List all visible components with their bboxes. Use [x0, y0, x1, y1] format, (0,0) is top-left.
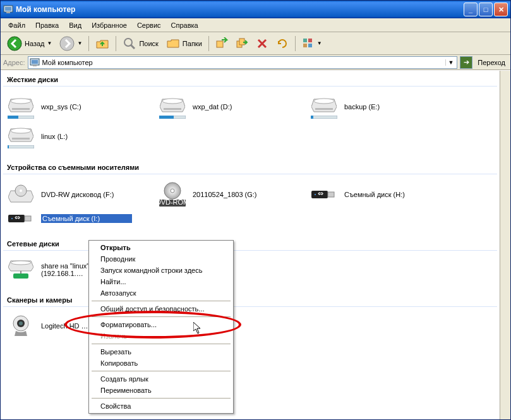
- webcam-icon: [6, 315, 36, 337]
- svg-rect-40: [328, 192, 334, 197]
- folders-button[interactable]: Папки: [164, 35, 205, 52]
- copy-to-button[interactable]: [233, 36, 251, 51]
- vertical-scrollbar[interactable]: [500, 71, 510, 419]
- titlebar[interactable]: Мой компьютер _ □ ✕: [1, 1, 510, 18]
- toolbar-separator: [208, 36, 209, 51]
- hdd-icon: [309, 94, 339, 119]
- svg-point-47: [11, 261, 31, 265]
- context-menu-item[interactable]: Автозапуск: [90, 287, 232, 299]
- menu-file[interactable]: Файл: [3, 20, 30, 30]
- menu-favorites[interactable]: Избранное: [87, 20, 132, 30]
- context-menu-item[interactable]: Копировать: [90, 357, 232, 369]
- drive-item[interactable]: wxp_dat (D:): [157, 94, 284, 119]
- svg-point-4: [60, 37, 74, 51]
- menu-edit[interactable]: Правка: [30, 20, 64, 30]
- back-button[interactable]: Назад ▼: [4, 35, 54, 52]
- svg-rect-10: [303, 39, 307, 42]
- svg-point-36: [171, 189, 174, 193]
- svg-rect-31: [8, 145, 34, 148]
- address-input[interactable]: Мой компьютер ▼: [28, 56, 458, 69]
- drive-label: wxp_dat (D:): [193, 103, 284, 111]
- context-menu-separator: [92, 398, 231, 399]
- drive-label: Съемный диск (I:): [41, 214, 132, 223]
- dvdrom-icon: DVD-ROM: [157, 182, 188, 207]
- views-button[interactable]: ▼: [299, 36, 325, 51]
- svg-rect-30: [12, 138, 30, 140]
- context-menu-item[interactable]: Запуск командной строки здесь: [90, 265, 232, 276]
- drive-item[interactable]: ⇔Съемный диск (H:): [309, 182, 435, 207]
- usb-icon: ⇔: [309, 188, 339, 201]
- delete-button[interactable]: [253, 36, 271, 51]
- go-button[interactable]: Переход: [475, 59, 508, 66]
- drive-label: Съемный диск (H:): [344, 191, 435, 198]
- svg-rect-16: [33, 65, 37, 66]
- group-header: Сканеры и камеры: [3, 294, 497, 307]
- svg-rect-44: [25, 216, 31, 221]
- toolbar-separator: [295, 36, 296, 51]
- svg-text:⇔: ⇔: [15, 213, 20, 221]
- drive-item[interactable]: backup (E:): [309, 94, 435, 119]
- svg-rect-1: [5, 7, 11, 11]
- maximize-button[interactable]: □: [479, 3, 493, 16]
- content-pane[interactable]: Жесткие дискиwxp_sys (C:)wxp_dat (D:)bac…: [1, 71, 500, 419]
- svg-rect-7: [217, 41, 223, 47]
- svg-rect-48: [13, 273, 28, 279]
- chevron-down-icon: ▼: [317, 40, 322, 46]
- context-menu-item[interactable]: Форматировать...: [90, 319, 232, 330]
- context-menu-item[interactable]: Проводник: [90, 253, 232, 265]
- address-label: Адрес:: [3, 59, 25, 66]
- drive-label: 20110524_1803 (G:): [193, 191, 284, 198]
- context-menu-item[interactable]: Создать ярлык: [90, 373, 232, 385]
- svg-text:⇔: ⇔: [318, 189, 323, 197]
- svg-rect-2: [6, 12, 10, 13]
- minimize-button[interactable]: _: [464, 3, 478, 16]
- items-row: DVD-RW дисковод (F:)DVD-ROM20110524_1803…: [3, 179, 497, 232]
- context-menu-item[interactable]: Общий доступ и безопасность...: [90, 303, 232, 315]
- context-menu-separator: [92, 344, 231, 344]
- svg-point-41: [315, 194, 316, 195]
- context-menu-separator: [92, 316, 231, 317]
- forward-button[interactable]: ▼: [57, 35, 85, 52]
- up-button[interactable]: [93, 35, 112, 52]
- svg-rect-24: [159, 116, 174, 119]
- hdd-icon: [6, 124, 36, 148]
- my-computer-icon: [30, 57, 40, 68]
- window-title: Мой компьютер: [16, 5, 464, 14]
- drive-item[interactable]: wxp_sys (C:): [6, 94, 132, 119]
- svg-rect-13: [308, 44, 312, 47]
- svg-point-29: [11, 128, 31, 133]
- context-menu-item[interactable]: Открыть: [90, 242, 232, 253]
- svg-point-17: [11, 99, 31, 104]
- move-to-button[interactable]: [213, 36, 231, 51]
- close-button[interactable]: ✕: [494, 3, 508, 16]
- drive-item[interactable]: DVD-ROM20110524_1803 (G:): [157, 182, 284, 207]
- window-controls: _ □ ✕: [464, 3, 508, 16]
- svg-point-21: [162, 99, 183, 104]
- my-computer-icon: [3, 4, 13, 15]
- svg-rect-27: [311, 116, 337, 119]
- menu-help[interactable]: Справка: [166, 20, 203, 30]
- drive-item[interactable]: linux (L:): [6, 124, 132, 148]
- menu-tools[interactable]: Сервис: [132, 20, 166, 30]
- svg-rect-12: [303, 44, 307, 47]
- context-menu-separator: [92, 301, 231, 301]
- dvdrw-icon: [6, 184, 36, 205]
- svg-point-3: [8, 37, 21, 51]
- context-menu-item[interactable]: Вырезать: [90, 346, 232, 357]
- menu-view[interactable]: Вид: [64, 20, 87, 30]
- items-row: wxp_sys (C:)wxp_dat (D:)backup (E:)linux…: [3, 92, 497, 156]
- context-menu-item[interactable]: Найти...: [90, 276, 232, 287]
- search-button[interactable]: Поиск: [120, 35, 160, 52]
- undo-button[interactable]: [274, 36, 291, 51]
- svg-point-52: [19, 321, 23, 325]
- drive-item[interactable]: ⇔Съемный диск (I:): [6, 212, 132, 225]
- chevron-down-icon: ▼: [47, 40, 52, 46]
- drive-label: DVD-RW дисковод (F:): [41, 191, 132, 198]
- drive-item[interactable]: DVD-RW дисковод (F:): [6, 182, 132, 207]
- context-menu-item[interactable]: Переименовать: [90, 385, 232, 396]
- context-menu-item[interactable]: Свойства: [90, 400, 232, 412]
- chevron-down-icon[interactable]: ▼: [445, 59, 455, 66]
- context-menu-separator: [92, 371, 231, 371]
- go-arrow-icon[interactable]: ➔: [460, 56, 472, 69]
- netdrive-icon: [6, 258, 36, 281]
